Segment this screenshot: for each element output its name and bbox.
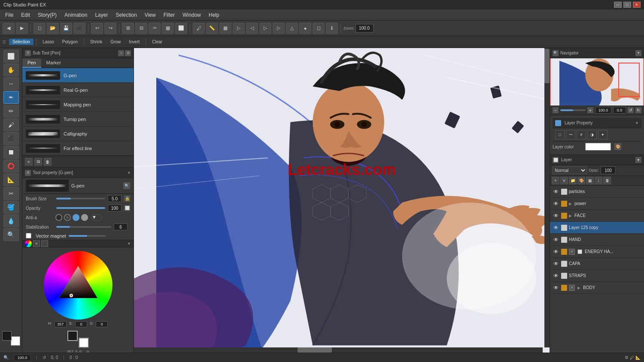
aa-strong[interactable]	[81, 214, 88, 221]
toolbar-transform[interactable]: ⊞	[122, 23, 134, 34]
nav-selection-box[interactable]	[618, 63, 640, 97]
brush-size-lock[interactable]: 🔒	[124, 196, 130, 202]
toolbar-pen-pressure[interactable]: 🖊	[193, 23, 205, 34]
tab-marker[interactable]: Marker	[41, 58, 66, 68]
toolbar-square2[interactable]: ◻	[313, 23, 325, 34]
navigator-options[interactable]: ▼	[635, 50, 641, 56]
canvas-content[interactable]: Letcracks.com	[134, 48, 550, 353]
sec-tb-selection[interactable]: Selection	[9, 39, 33, 45]
stabilization-value[interactable]	[114, 223, 128, 230]
v-scrollbar-thumb[interactable]	[544, 49, 550, 83]
color-wheel[interactable]	[44, 251, 112, 320]
aa-dropdown[interactable]: ▼	[91, 214, 102, 221]
toolbar-new[interactable]: ◻	[33, 23, 46, 34]
tool-pencil[interactable]: ✏	[3, 105, 19, 118]
sub-tool-options[interactable]: ⚙	[125, 50, 131, 56]
tool-eyedropper[interactable]: 💧	[3, 214, 19, 227]
layer-vis-power[interactable]: 👁	[553, 200, 559, 207]
toolbar-info[interactable]: ℹ	[326, 23, 338, 34]
effect-glow[interactable]: ✦	[598, 130, 608, 139]
layer-mask[interactable]: ▦	[586, 177, 594, 184]
sec-tb-polygon[interactable]: Polygon	[59, 39, 81, 45]
layer-vis-125-copy[interactable]: 👁	[553, 224, 559, 231]
brush-effect-line[interactable]: For effect line	[22, 141, 134, 156]
color-slider-tab[interactable]: ≡	[33, 240, 40, 247]
toolbar-circle[interactable]: ●	[299, 23, 311, 34]
tool-brush[interactable]: 🖌	[3, 118, 19, 131]
tool-ruler[interactable]: 📐	[3, 173, 19, 186]
maximize-button[interactable]: □	[623, 2, 631, 8]
navigator-preview[interactable]	[550, 58, 644, 106]
sub-tool-add[interactable]: +	[118, 50, 124, 56]
nav-rotate-ccw[interactable]: ↺	[628, 107, 634, 113]
menu-animation[interactable]: Animation	[61, 11, 91, 19]
layer-new-raster[interactable]: +	[552, 177, 559, 184]
effect-texture[interactable]: #	[577, 130, 586, 139]
layer-expand-body[interactable]: ▶	[577, 286, 580, 290]
brush-g-pen[interactable]: G-pen	[22, 68, 134, 83]
layer-color-swatch[interactable]	[585, 143, 611, 151]
canvas-scrollbar-horizontal[interactable]	[134, 347, 543, 353]
nav-zoom-slider[interactable]	[560, 109, 586, 111]
tool-zoom[interactable]: 🔍	[3, 228, 19, 241]
layer-merge-down[interactable]: ↓	[595, 177, 602, 184]
layer-expand-power[interactable]: ▶	[569, 202, 572, 206]
aa-none[interactable]	[55, 214, 62, 221]
layer-face[interactable]: 👁 ▶ FACE	[550, 210, 644, 222]
layer-body[interactable]: 👁 ✓ ▶ BODY	[550, 282, 644, 294]
nav-rotate-value[interactable]	[613, 107, 626, 114]
toolbar-eraser[interactable]: ⬜	[175, 23, 187, 34]
brush-size-value[interactable]	[108, 195, 122, 202]
tool-pen[interactable]: ✒	[3, 91, 19, 104]
effect-watercolor[interactable]: 〜	[566, 130, 575, 139]
tool-bucket[interactable]: 🪣	[3, 201, 19, 214]
opacity-lock[interactable]: ⬜	[124, 205, 130, 211]
toolbar-fill[interactable]: ▦	[162, 23, 174, 34]
nav-zoom-in[interactable]: +	[587, 107, 593, 113]
brush-size-slider[interactable]	[56, 198, 105, 199]
brush-action-add[interactable]: +	[25, 158, 33, 166]
effect-border[interactable]: □	[555, 130, 565, 139]
nav-zoom-value[interactable]	[595, 107, 611, 114]
navigator-tab-icon[interactable]: 🔍	[553, 50, 559, 56]
tool-fill[interactable]: ⬛	[3, 132, 19, 145]
sat-input[interactable]	[75, 321, 87, 327]
aa-weak[interactable]	[64, 214, 71, 221]
toolbar-right-arrow[interactable]: ▶	[16, 23, 28, 34]
menu-story[interactable]: Story(P)	[34, 11, 60, 19]
close-button[interactable]: ✕	[633, 2, 641, 8]
zoom-input[interactable]	[355, 24, 374, 33]
layer-new-folder[interactable]: 📁	[569, 177, 577, 184]
canvas-scrollbar-vertical[interactable]	[544, 48, 550, 347]
toolbar-snap[interactable]: ▷	[233, 23, 245, 34]
effect-shadow[interactable]: ◑	[587, 130, 597, 139]
toolbar-open[interactable]: 📂	[47, 23, 59, 34]
menu-layer[interactable]: Layer	[91, 11, 111, 19]
toolbar-onion[interactable]: △	[286, 23, 298, 34]
tool-cut[interactable]: ✂	[3, 187, 19, 200]
layer-panel-icon[interactable]: ⬜	[553, 157, 559, 163]
h-scrollbar-thumb[interactable]	[298, 347, 332, 353]
hue-input[interactable]	[55, 321, 67, 327]
menu-view[interactable]: View	[141, 11, 159, 19]
layer-new-vector[interactable]: V	[560, 177, 568, 184]
blend-mode-select[interactable]: Normal Multiply Screen Overlay	[553, 166, 587, 174]
layer-straps[interactable]: 👁 STRAPS	[550, 270, 644, 282]
tool-eraser[interactable]: ⭕	[3, 160, 19, 172]
vector-magnet-slider[interactable]	[69, 235, 106, 237]
aa-medium[interactable]	[73, 214, 79, 221]
layer-panel-options[interactable]: ▼	[635, 157, 641, 163]
fg-swatch[interactable]	[67, 331, 78, 341]
toolbar-export[interactable]: ⬛	[73, 23, 85, 34]
sec-tb-invert[interactable]: Invert	[125, 39, 143, 45]
color-swatch-tab[interactable]: ⬛	[41, 240, 48, 247]
layer-vis-hand[interactable]: 👁	[553, 236, 559, 243]
stabilization-slider[interactable]	[56, 226, 111, 228]
val-input[interactable]	[96, 321, 108, 327]
toolbar-next-frame[interactable]: ▷	[273, 23, 285, 34]
toolbar-grid[interactable]: ▦	[219, 23, 231, 34]
menu-filter[interactable]: Filter	[160, 11, 179, 19]
menu-window[interactable]: Window	[179, 11, 204, 19]
brush-action-delete[interactable]: 🗑	[44, 158, 52, 166]
brush-action-copy[interactable]: ⧉	[34, 158, 42, 166]
